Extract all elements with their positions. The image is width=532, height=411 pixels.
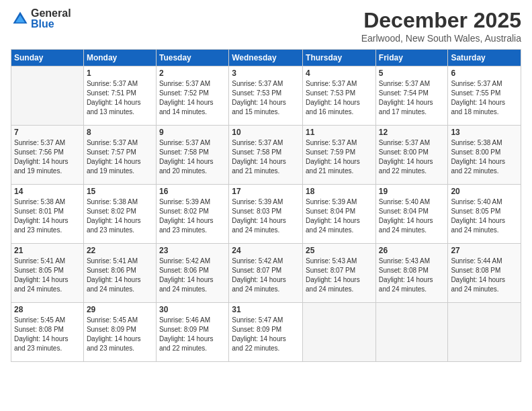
calendar-cell: 23Sunrise: 5:42 AM Sunset: 8:06 PM Dayli… (156, 244, 228, 303)
calendar-cell: 26Sunrise: 5:43 AM Sunset: 8:08 PM Dayli… (375, 244, 448, 303)
calendar-cell (11, 66, 84, 126)
day-info: Sunrise: 5:40 AM Sunset: 8:04 PM Dayligh… (379, 197, 445, 235)
day-info: Sunrise: 5:37 AM Sunset: 8:00 PM Dayligh… (379, 138, 445, 176)
day-number: 13 (451, 128, 518, 137)
day-info: Sunrise: 5:37 AM Sunset: 7:53 PM Dayligh… (232, 79, 300, 117)
day-number: 9 (159, 128, 226, 137)
calendar-cell: 13Sunrise: 5:38 AM Sunset: 8:00 PM Dayli… (448, 126, 521, 185)
calendar-cell: 6Sunrise: 5:37 AM Sunset: 7:55 PM Daylig… (448, 66, 521, 126)
day-number: 17 (232, 187, 300, 196)
day-info: Sunrise: 5:44 AM Sunset: 8:08 PM Dayligh… (451, 257, 518, 294)
weekday-header-monday: Monday (83, 50, 156, 66)
day-number: 10 (232, 128, 300, 137)
logo-icon (11, 9, 30, 28)
logo-general: General (31, 8, 71, 19)
weekday-header-sunday: Sunday (11, 50, 84, 66)
calendar-cell: 16Sunrise: 5:39 AM Sunset: 8:02 PM Dayli… (156, 185, 228, 244)
day-number: 1 (87, 68, 153, 78)
day-number: 3 (232, 68, 300, 78)
day-number: 23 (159, 246, 226, 255)
day-info: Sunrise: 5:46 AM Sunset: 8:09 PM Dayligh… (159, 316, 226, 353)
day-number: 15 (87, 187, 153, 196)
calendar-week-row: 14Sunrise: 5:38 AM Sunset: 8:01 PM Dayli… (11, 185, 521, 244)
day-info: Sunrise: 5:37 AM Sunset: 7:59 PM Dayligh… (306, 138, 373, 176)
day-info: Sunrise: 5:45 AM Sunset: 8:08 PM Dayligh… (14, 316, 81, 353)
calendar-cell: 18Sunrise: 5:39 AM Sunset: 8:04 PM Dayli… (303, 185, 376, 244)
calendar-cell: 2Sunrise: 5:37 AM Sunset: 7:52 PM Daylig… (156, 66, 228, 126)
day-info: Sunrise: 5:37 AM Sunset: 7:56 PM Dayligh… (14, 138, 81, 176)
month-title: December 2025 (361, 8, 521, 33)
weekday-header-row: SundayMondayTuesdayWednesdayThursdayFrid… (11, 50, 521, 66)
calendar-week-row: 21Sunrise: 5:41 AM Sunset: 8:05 PM Dayli… (11, 244, 521, 303)
day-info: Sunrise: 5:37 AM Sunset: 7:57 PM Dayligh… (87, 138, 153, 176)
weekday-header-friday: Friday (375, 50, 448, 66)
weekday-header-saturday: Saturday (448, 50, 521, 66)
calendar-cell: 5Sunrise: 5:37 AM Sunset: 7:54 PM Daylig… (375, 66, 448, 126)
logo-blue: Blue (31, 19, 71, 30)
day-info: Sunrise: 5:37 AM Sunset: 7:53 PM Dayligh… (306, 79, 373, 117)
day-info: Sunrise: 5:41 AM Sunset: 8:05 PM Dayligh… (14, 257, 81, 294)
day-number: 2 (159, 68, 226, 78)
day-info: Sunrise: 5:39 AM Sunset: 8:03 PM Dayligh… (232, 197, 300, 235)
calendar-cell: 19Sunrise: 5:40 AM Sunset: 8:04 PM Dayli… (375, 185, 448, 244)
day-info: Sunrise: 5:43 AM Sunset: 8:07 PM Dayligh… (306, 257, 373, 294)
logo: General Blue (11, 8, 71, 30)
day-info: Sunrise: 5:39 AM Sunset: 8:02 PM Dayligh… (159, 197, 226, 235)
logo-text: General Blue (31, 8, 71, 30)
title-block: December 2025 Earlwood, New South Wales,… (361, 8, 521, 44)
calendar-cell: 21Sunrise: 5:41 AM Sunset: 8:05 PM Dayli… (11, 244, 84, 303)
day-info: Sunrise: 5:39 AM Sunset: 8:04 PM Dayligh… (306, 197, 373, 235)
day-number: 16 (159, 187, 226, 196)
day-number: 29 (87, 305, 153, 314)
calendar-cell: 8Sunrise: 5:37 AM Sunset: 7:57 PM Daylig… (83, 126, 156, 185)
calendar-cell (303, 303, 376, 362)
weekday-header-thursday: Thursday (303, 50, 376, 66)
calendar-week-row: 1Sunrise: 5:37 AM Sunset: 7:51 PM Daylig… (11, 66, 521, 126)
day-number: 31 (232, 305, 300, 314)
calendar-cell: 17Sunrise: 5:39 AM Sunset: 8:03 PM Dayli… (229, 185, 303, 244)
day-info: Sunrise: 5:38 AM Sunset: 8:00 PM Dayligh… (451, 138, 518, 176)
calendar-week-row: 7Sunrise: 5:37 AM Sunset: 7:56 PM Daylig… (11, 126, 521, 185)
day-info: Sunrise: 5:38 AM Sunset: 8:02 PM Dayligh… (87, 197, 153, 235)
day-number: 27 (451, 246, 518, 255)
day-number: 6 (451, 68, 518, 78)
day-info: Sunrise: 5:40 AM Sunset: 8:05 PM Dayligh… (451, 197, 518, 235)
calendar-cell: 24Sunrise: 5:42 AM Sunset: 8:07 PM Dayli… (229, 244, 303, 303)
calendar-cell: 14Sunrise: 5:38 AM Sunset: 8:01 PM Dayli… (11, 185, 84, 244)
day-info: Sunrise: 5:37 AM Sunset: 7:52 PM Dayligh… (159, 79, 226, 117)
calendar-table: SundayMondayTuesdayWednesdayThursdayFrid… (11, 49, 521, 362)
calendar-week-row: 28Sunrise: 5:45 AM Sunset: 8:08 PM Dayli… (11, 303, 521, 362)
header: General Blue December 2025 Earlwood, New… (11, 8, 521, 44)
day-number: 21 (14, 246, 81, 255)
day-info: Sunrise: 5:41 AM Sunset: 8:06 PM Dayligh… (87, 257, 153, 294)
day-number: 7 (14, 128, 81, 137)
location-subtitle: Earlwood, New South Wales, Australia (361, 33, 521, 44)
day-number: 12 (379, 128, 445, 137)
day-number: 25 (306, 246, 373, 255)
day-info: Sunrise: 5:47 AM Sunset: 8:09 PM Dayligh… (232, 316, 300, 353)
day-info: Sunrise: 5:38 AM Sunset: 8:01 PM Dayligh… (14, 197, 81, 235)
page: General Blue December 2025 Earlwood, New… (0, 0, 532, 411)
weekday-header-wednesday: Wednesday (229, 50, 303, 66)
day-number: 20 (451, 187, 518, 196)
calendar-cell: 10Sunrise: 5:37 AM Sunset: 7:58 PM Dayli… (229, 126, 303, 185)
day-number: 4 (306, 68, 373, 78)
calendar-cell: 1Sunrise: 5:37 AM Sunset: 7:51 PM Daylig… (83, 66, 156, 126)
day-number: 14 (14, 187, 81, 196)
day-number: 8 (87, 128, 153, 137)
calendar-cell: 30Sunrise: 5:46 AM Sunset: 8:09 PM Dayli… (156, 303, 228, 362)
calendar-cell: 25Sunrise: 5:43 AM Sunset: 8:07 PM Dayli… (303, 244, 376, 303)
calendar-cell: 12Sunrise: 5:37 AM Sunset: 8:00 PM Dayli… (375, 126, 448, 185)
calendar-cell: 7Sunrise: 5:37 AM Sunset: 7:56 PM Daylig… (11, 126, 84, 185)
day-number: 22 (87, 246, 153, 255)
day-info: Sunrise: 5:45 AM Sunset: 8:09 PM Dayligh… (87, 316, 153, 353)
calendar-cell: 3Sunrise: 5:37 AM Sunset: 7:53 PM Daylig… (229, 66, 303, 126)
day-info: Sunrise: 5:37 AM Sunset: 7:58 PM Dayligh… (232, 138, 300, 176)
day-number: 28 (14, 305, 81, 314)
day-number: 18 (306, 187, 373, 196)
day-info: Sunrise: 5:43 AM Sunset: 8:08 PM Dayligh… (379, 257, 445, 294)
calendar-cell (375, 303, 448, 362)
calendar-cell: 22Sunrise: 5:41 AM Sunset: 8:06 PM Dayli… (83, 244, 156, 303)
day-number: 11 (306, 128, 373, 137)
calendar-cell: 20Sunrise: 5:40 AM Sunset: 8:05 PM Dayli… (448, 185, 521, 244)
